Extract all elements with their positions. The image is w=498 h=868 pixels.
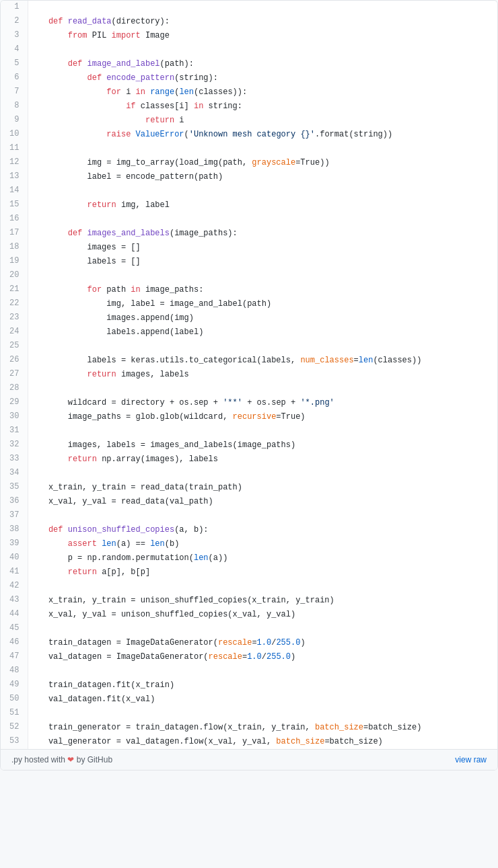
line-number: 2: [1, 15, 28, 29]
line-number: 15: [1, 198, 28, 212]
table-row: 30 image_paths = glob.glob(wildcard, rec…: [1, 410, 497, 424]
table-row: 5 def image_and_label(path):: [1, 57, 497, 71]
table-row: 20: [1, 269, 497, 283]
line-number: 18: [1, 241, 28, 255]
line-number: 1: [1, 1, 28, 15]
line-number: 11: [1, 142, 28, 156]
line-number: 28: [1, 382, 28, 396]
line-number: 26: [1, 354, 28, 368]
line-code: [28, 43, 497, 57]
table-row: 22 img, label = image_and_label(path): [1, 297, 497, 311]
line-code: return img, label: [28, 198, 497, 212]
table-row: 2 def read_data(directory):: [1, 15, 497, 29]
line-code: wildcard = directory + os.sep + '**' + o…: [28, 396, 497, 410]
line-number: 27: [1, 368, 28, 382]
line-number: 53: [1, 735, 28, 749]
line-code: [28, 707, 497, 721]
line-number: 34: [1, 467, 28, 481]
line-code: [28, 269, 497, 283]
line-number: 16: [1, 212, 28, 227]
code-container: 12 def read_data(directory):3 from PIL i…: [0, 0, 498, 771]
line-code: labels.append(label): [28, 325, 497, 340]
line-number: 19: [1, 255, 28, 269]
line-number: 40: [1, 551, 28, 565]
line-number: 22: [1, 297, 28, 311]
line-code: x_val, y_val = read_data(val_path): [28, 495, 497, 509]
line-code: for i in range(len(classes)):: [28, 85, 497, 100]
line-number: 43: [1, 594, 28, 608]
table-row: 43 x_train, y_train = unison_shuffled_co…: [1, 594, 497, 608]
line-code: x_train, y_train = unison_shuffled_copie…: [28, 594, 497, 608]
line-number: 14: [1, 184, 28, 198]
footer-hosted-text: .py hosted with ❤ by GitHub: [11, 755, 112, 764]
line-code: [28, 184, 497, 198]
line-number: 44: [1, 608, 28, 622]
table-row: 18 images = []: [1, 241, 497, 255]
code-table: 12 def read_data(directory):3 from PIL i…: [1, 1, 497, 749]
line-number: 35: [1, 481, 28, 495]
table-row: 14: [1, 184, 497, 198]
table-row: 31: [1, 424, 497, 438]
line-code: val_generator = val_datagen.flow(x_val, …: [28, 735, 497, 749]
line-number: 51: [1, 707, 28, 721]
table-row: 40 p = np.random.permutation(len(a)): [1, 551, 497, 565]
line-code: [28, 580, 497, 594]
line-number: 36: [1, 495, 28, 509]
line-code: def unison_shuffled_copies(a, b):: [28, 523, 497, 537]
line-number: 17: [1, 227, 28, 241]
line-number: 20: [1, 269, 28, 283]
table-row: 13 label = encode_pattern(path): [1, 170, 497, 184]
line-code: labels = keras.utils.to_categorical(labe…: [28, 354, 497, 368]
line-number: 23: [1, 311, 28, 325]
table-row: 19 labels = []: [1, 255, 497, 269]
line-number: 37: [1, 509, 28, 523]
table-row: 45: [1, 622, 497, 636]
line-number: 31: [1, 424, 28, 438]
line-code: images = []: [28, 241, 497, 255]
line-number: 42: [1, 580, 28, 594]
line-code: val_datagen.fit(x_val): [28, 693, 497, 707]
line-code: assert len(a) == len(b): [28, 537, 497, 551]
hosted-label: .py hosted with: [11, 755, 65, 764]
line-code: def read_data(directory):: [28, 15, 497, 29]
line-number: 3: [1, 29, 28, 43]
line-code: return a[p], b[p]: [28, 565, 497, 580]
line-number: 48: [1, 664, 28, 678]
line-code: img, label = image_and_label(path): [28, 297, 497, 311]
table-row: 42: [1, 580, 497, 594]
view-raw-link[interactable]: view raw: [455, 755, 487, 764]
table-row: 52 train_generator = train_datagen.flow(…: [1, 721, 497, 735]
table-row: 17 def images_and_labels(image_paths):: [1, 227, 497, 241]
table-row: 47 val_datagen = ImageDataGenerator(resc…: [1, 650, 497, 664]
table-row: 26 labels = keras.utils.to_categorical(l…: [1, 354, 497, 368]
table-row: 23 images.append(img): [1, 311, 497, 325]
table-row: 21 for path in image_paths:: [1, 283, 497, 297]
by-github-label: by GitHub: [77, 755, 112, 764]
line-code: [28, 382, 497, 396]
line-code: return i: [28, 114, 497, 128]
line-number: 10: [1, 128, 28, 142]
heart-icon: ❤: [67, 755, 74, 764]
table-row: 4: [1, 43, 497, 57]
line-code: for path in image_paths:: [28, 283, 497, 297]
line-code: [28, 509, 497, 523]
table-row: 50 val_datagen.fit(x_val): [1, 693, 497, 707]
table-row: 11: [1, 142, 497, 156]
line-number: 47: [1, 650, 28, 664]
line-number: 6: [1, 71, 28, 85]
line-number: 24: [1, 325, 28, 340]
line-number: 52: [1, 721, 28, 735]
table-row: 35 x_train, y_train = read_data(train_pa…: [1, 481, 497, 495]
table-row: 8 if classes[i] in string:: [1, 100, 497, 114]
line-code: [28, 664, 497, 678]
line-code: images, labels = images_and_labels(image…: [28, 438, 497, 452]
line-number: 33: [1, 452, 28, 467]
table-row: 1: [1, 1, 497, 15]
table-row: 48: [1, 664, 497, 678]
table-row: 7 for i in range(len(classes)):: [1, 85, 497, 100]
line-code: return images, labels: [28, 368, 497, 382]
footer-bar: .py hosted with ❤ by GitHub view raw: [1, 749, 497, 770]
line-code: train_generator = train_datagen.flow(x_t…: [28, 721, 497, 735]
table-row: 27 return images, labels: [1, 368, 497, 382]
table-row: 41 return a[p], b[p]: [1, 565, 497, 580]
